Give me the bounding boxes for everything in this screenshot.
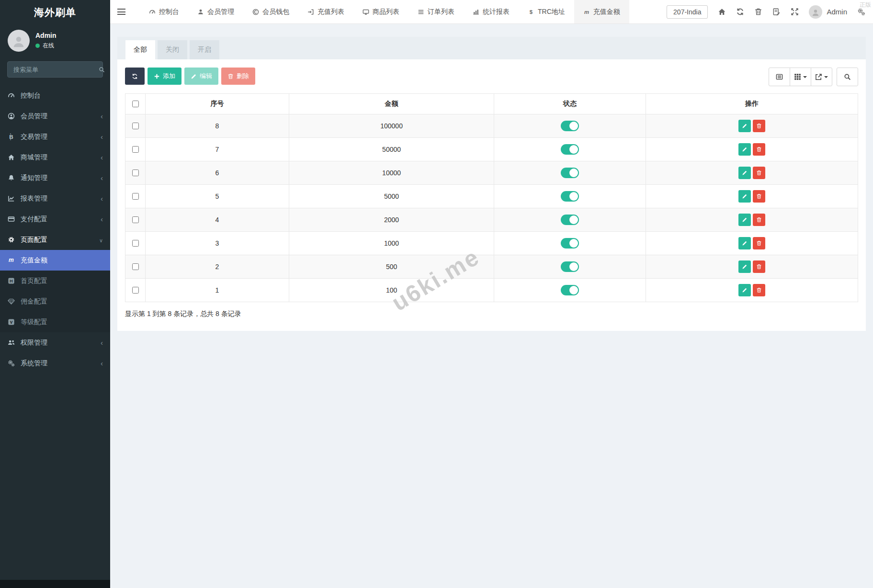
- user-menu[interactable]: Admin: [809, 5, 847, 19]
- table-row: 8100000: [125, 114, 858, 138]
- row-checkbox[interactable]: [132, 216, 139, 223]
- row-edit-button[interactable]: [738, 167, 751, 179]
- row-id: 2: [146, 255, 289, 279]
- sidebar-item-members[interactable]: 会员管理: [0, 106, 110, 126]
- sidebar-item-reports[interactable]: 报表管理: [0, 188, 110, 209]
- status-toggle[interactable]: [561, 215, 579, 225]
- coin-icon: [252, 9, 259, 15]
- status-toggle[interactable]: [561, 121, 579, 131]
- row-edit-button[interactable]: [738, 120, 751, 132]
- trash-icon[interactable]: [754, 8, 762, 16]
- row-delete-button[interactable]: [753, 143, 765, 156]
- person-icon: [811, 9, 820, 17]
- log-icon[interactable]: [772, 8, 781, 16]
- sidebar-item-notice[interactable]: 通知管理: [0, 168, 110, 188]
- search-icon[interactable]: [99, 67, 105, 73]
- row-delete-button[interactable]: [753, 120, 765, 132]
- expand-icon[interactable]: [791, 8, 799, 16]
- sidebar-item-permissions[interactable]: 权限管理: [0, 332, 110, 353]
- row-edit-button[interactable]: [738, 190, 751, 203]
- row-checkbox[interactable]: [132, 170, 139, 176]
- app-title[interactable]: 海外刷单: [0, 0, 110, 25]
- tab-product-list[interactable]: 商品列表: [353, 0, 408, 23]
- status-toggle[interactable]: [561, 168, 579, 178]
- detail-view-button[interactable]: [769, 68, 790, 86]
- sidebar-toggle-button[interactable]: [110, 0, 132, 23]
- column-header-amount[interactable]: 金额: [289, 94, 494, 114]
- row-edit-button[interactable]: [738, 284, 751, 296]
- sidebar-item-payment[interactable]: 支付配置: [0, 209, 110, 229]
- m-icon: [7, 257, 15, 264]
- tab-statistics[interactable]: 统计报表: [464, 0, 519, 23]
- status-toggle[interactable]: [561, 285, 579, 295]
- filter-tab-closed[interactable]: 关闭: [158, 40, 187, 59]
- export-button[interactable]: [811, 68, 832, 86]
- filter-tab-open[interactable]: 开启: [190, 40, 219, 59]
- row-delete-button[interactable]: [753, 260, 765, 273]
- add-button[interactable]: 添加: [147, 68, 181, 85]
- tab-order-list[interactable]: 订单列表: [408, 0, 464, 23]
- refresh-button[interactable]: [125, 68, 145, 85]
- sidebar-item-mall[interactable]: 商城管理: [0, 147, 110, 168]
- export-icon: [815, 73, 822, 80]
- row-checkbox[interactable]: [132, 287, 139, 294]
- sidebar-item-homepage-config[interactable]: 首页配置: [0, 271, 110, 291]
- tab-member-wallet[interactable]: 会员钱包: [243, 0, 298, 23]
- column-header-status[interactable]: 状态: [494, 94, 646, 114]
- row-checkbox[interactable]: [132, 240, 139, 247]
- row-checkbox[interactable]: [132, 146, 139, 153]
- trash-icon: [756, 123, 762, 129]
- trash-icon: [756, 240, 762, 246]
- table-header-row: 序号 金额 状态 操作: [125, 94, 858, 114]
- sidebar-item-recharge-amount[interactable]: 充值金额: [0, 250, 110, 271]
- tab-members[interactable]: 会员管理: [188, 0, 243, 23]
- gem-icon: [7, 298, 15, 305]
- columns-button[interactable]: [790, 68, 811, 86]
- row-delete-button[interactable]: [753, 214, 765, 226]
- row-checkbox[interactable]: [132, 123, 139, 129]
- row-amount: 500: [289, 255, 494, 279]
- tab-dashboard[interactable]: 控制台: [140, 0, 188, 23]
- tab-trc-address[interactable]: TRC地址: [519, 0, 574, 23]
- sidebar-item-commission-config[interactable]: 佣金配置: [0, 291, 110, 312]
- panel-body: 添加 编辑 删除: [117, 59, 866, 331]
- region-button[interactable]: 207-India: [667, 5, 708, 19]
- pencil-icon: [742, 287, 748, 293]
- home-icon[interactable]: [718, 8, 726, 16]
- row-delete-button[interactable]: [753, 237, 765, 249]
- main-content: 全部 关闭 开启 添加 编辑 删除: [110, 23, 873, 588]
- sidebar-item-trade[interactable]: 交易管理: [0, 126, 110, 147]
- columns-grid-icon: [794, 73, 801, 80]
- sidebar-item-page-config[interactable]: 页面配置: [0, 229, 110, 250]
- row-delete-button[interactable]: [753, 167, 765, 179]
- status-toggle[interactable]: [561, 261, 579, 272]
- status-toggle[interactable]: [561, 191, 579, 202]
- status-toggle[interactable]: [561, 238, 579, 249]
- tab-recharge-list[interactable]: 充值列表: [298, 0, 353, 23]
- table-search-button[interactable]: [837, 68, 858, 86]
- row-edit-button[interactable]: [738, 260, 751, 273]
- row-checkbox[interactable]: [132, 193, 139, 200]
- select-all-checkbox[interactable]: [132, 101, 139, 107]
- sidebar-item-level-config[interactable]: 等级配置: [0, 312, 110, 332]
- row-delete-button[interactable]: [753, 284, 765, 296]
- edit-button[interactable]: 编辑: [184, 68, 218, 85]
- sidebar-user-status: 在线: [43, 42, 54, 50]
- row-delete-button[interactable]: [753, 190, 765, 203]
- tab-recharge-amount[interactable]: 充值金额: [574, 0, 629, 23]
- filter-tab-strip: 全部 关闭 开启: [117, 37, 866, 59]
- chevron-left-icon: [101, 339, 103, 346]
- row-edit-button[interactable]: [738, 143, 751, 156]
- sidebar-search-input[interactable]: [12, 66, 99, 74]
- status-toggle[interactable]: [561, 144, 579, 155]
- refresh-icon[interactable]: [736, 8, 744, 16]
- filter-tab-all[interactable]: 全部: [125, 40, 155, 59]
- row-edit-button[interactable]: [738, 237, 751, 249]
- person-icon: [11, 35, 26, 49]
- delete-button[interactable]: 删除: [221, 68, 255, 85]
- row-edit-button[interactable]: [738, 214, 751, 226]
- row-checkbox[interactable]: [132, 263, 139, 270]
- column-header-id[interactable]: 序号: [146, 94, 289, 114]
- sidebar-item-system[interactable]: 系统管理: [0, 353, 110, 373]
- sidebar-item-dashboard[interactable]: 控制台: [0, 85, 110, 106]
